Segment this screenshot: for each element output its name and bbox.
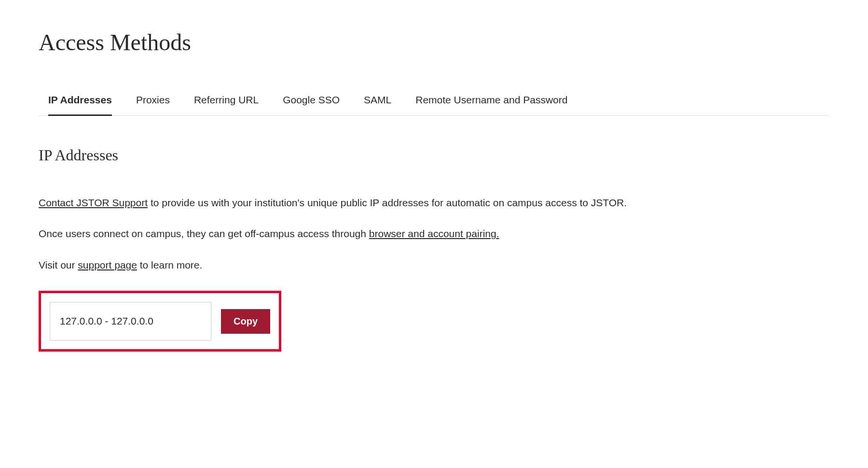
paragraph-contact: Contact JSTOR Support to provide us with… xyxy=(39,195,829,212)
paragraph-contact-rest: to provide us with your institution's un… xyxy=(148,197,627,208)
support-page-link[interactable]: support page xyxy=(78,259,137,270)
paragraph-pairing-before: Once users connect on campus, they can g… xyxy=(39,228,369,239)
ip-range-box: 127.0.0.0 - 127.0.0.0 xyxy=(50,302,211,341)
copy-button[interactable]: Copy xyxy=(221,309,270,334)
paragraph-support-before: Visit our xyxy=(39,259,78,270)
tab-remote-username-password[interactable]: Remote Username and Password xyxy=(415,94,567,115)
contact-support-link[interactable]: Contact JSTOR Support xyxy=(39,197,148,208)
tab-referring-url[interactable]: Referring URL xyxy=(194,94,259,115)
paragraph-support-after: to learn more. xyxy=(137,259,202,270)
tab-google-sso[interactable]: Google SSO xyxy=(283,94,340,115)
paragraph-support: Visit our support page to learn more. xyxy=(39,257,829,274)
paragraph-pairing: Once users connect on campus, they can g… xyxy=(39,226,829,242)
content-area: IP Addresses Contact JSTOR Support to pr… xyxy=(39,142,829,352)
browser-pairing-link[interactable]: browser and account pairing. xyxy=(369,228,499,239)
tab-proxies[interactable]: Proxies xyxy=(136,94,170,115)
ip-copy-highlight: 127.0.0.0 - 127.0.0.0 Copy xyxy=(39,291,281,352)
tab-ip-addresses[interactable]: IP Addresses xyxy=(48,94,112,116)
section-title: IP Addresses xyxy=(39,142,829,168)
tabs-container: IP Addresses Proxies Referring URL Googl… xyxy=(39,94,829,116)
page-title: Access Methods xyxy=(39,29,829,56)
tab-saml[interactable]: SAML xyxy=(364,94,391,115)
